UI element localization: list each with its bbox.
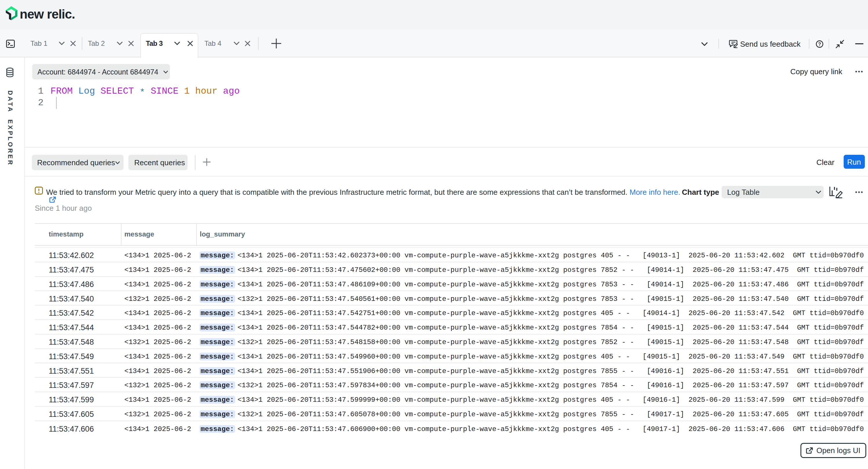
svg-text:?: ? — [818, 41, 821, 47]
